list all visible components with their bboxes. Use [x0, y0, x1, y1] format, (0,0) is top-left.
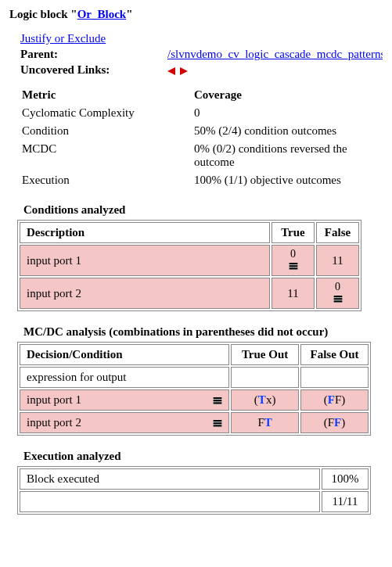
page-title: Logic block "Or_Block"	[9, 8, 383, 21]
execution-title: Execution analyzed	[23, 450, 383, 463]
metric-label: Condition	[22, 122, 194, 140]
mcdc-dc-header: Decision/Condition	[20, 344, 229, 365]
metric-value: 100% (1/1) objective outcomes	[194, 171, 366, 189]
table-row: input port 2 11 0	[20, 278, 359, 309]
mcdc-title: MC/DC analysis (combinations in parenthe…	[23, 325, 383, 339]
sigval-link[interactable]	[213, 416, 222, 429]
mcdc-falseout: (FF)	[300, 389, 369, 411]
metrics-table: Metric Coverage Cyclomatic Complexity0 C…	[22, 86, 366, 189]
parent-link[interactable]: /slvnvdemo_cv_logic_cascade_mcdc_pattern…	[167, 48, 383, 60]
table-row: expression for output	[20, 367, 369, 388]
block-name-link[interactable]: Or_Block	[77, 8, 127, 20]
signal-icon	[213, 397, 222, 404]
metric-header: Metric	[22, 86, 194, 104]
sigval-link[interactable]	[289, 259, 298, 271]
metric-value: 0	[194, 104, 366, 122]
mcdc-trueout: FT	[231, 412, 299, 433]
metric-label: Execution	[22, 171, 194, 189]
condition-desc: input port 1	[20, 245, 270, 276]
mcdc-row-label: input port 2	[20, 412, 229, 433]
mcdc-row-label: input port 1	[20, 389, 229, 411]
mcdc-expr-label: expression for output	[20, 367, 229, 388]
sigval-link[interactable]	[333, 292, 343, 304]
parent-label: Parent:	[20, 48, 167, 61]
table-row: input port 1 0 11	[20, 245, 359, 276]
table-row: input port 2 FT (FF)	[20, 412, 369, 433]
mcdc-falseout: (FF)	[300, 412, 369, 433]
condition-false-cell: 0	[316, 278, 359, 309]
uncovered-prev-link[interactable]	[167, 63, 177, 76]
metric-label: MCDC	[22, 140, 194, 171]
conditions-true-header: True	[272, 222, 315, 243]
exec-label	[20, 491, 320, 512]
exec-value: 11/11	[322, 491, 369, 512]
condition-desc: input port 2	[20, 278, 270, 309]
condition-true-cell: 11	[272, 278, 315, 309]
conditions-false-header: False	[316, 222, 359, 243]
table-row: 11/11	[20, 491, 369, 512]
conditions-table: Description True False input port 1 0 11…	[17, 220, 361, 311]
conditions-title: Conditions analyzed	[23, 203, 383, 217]
arrow-left-icon	[167, 67, 175, 75]
execution-table: Block executed 100% 11/11	[17, 466, 371, 515]
table-row: input port 1 (Tx) (FF)	[20, 389, 369, 411]
coverage-header: Coverage	[194, 86, 366, 104]
metric-label: Cyclomatic Complexity	[22, 104, 194, 122]
sigval-link[interactable]	[213, 393, 222, 407]
justify-exclude-link[interactable]: Justify or Exclude	[20, 32, 106, 45]
metric-value: 50% (2/4) condition outcomes	[194, 122, 366, 140]
mcdc-trueout-header: True Out	[231, 344, 299, 365]
uncovered-next-link[interactable]	[180, 63, 188, 76]
arrow-right-icon	[180, 67, 188, 75]
uncovered-links-label: Uncovered Links:	[20, 63, 167, 77]
signal-icon	[333, 296, 343, 303]
signal-icon	[213, 420, 222, 427]
mcdc-table: Decision/Condition True Out False Out ex…	[17, 342, 371, 436]
exec-value: 100%	[322, 468, 369, 490]
exec-label: Block executed	[20, 468, 320, 490]
mcdc-trueout: (Tx)	[231, 389, 299, 411]
condition-false-cell: 11	[316, 245, 359, 276]
signal-icon	[289, 263, 298, 270]
conditions-desc-header: Description	[20, 222, 270, 243]
mcdc-falseout-header: False Out	[300, 344, 369, 365]
condition-true-cell: 0	[272, 245, 315, 276]
metric-value: 0% (0/2) conditions reversed the outcome	[194, 140, 366, 171]
table-row: Block executed 100%	[20, 468, 369, 490]
